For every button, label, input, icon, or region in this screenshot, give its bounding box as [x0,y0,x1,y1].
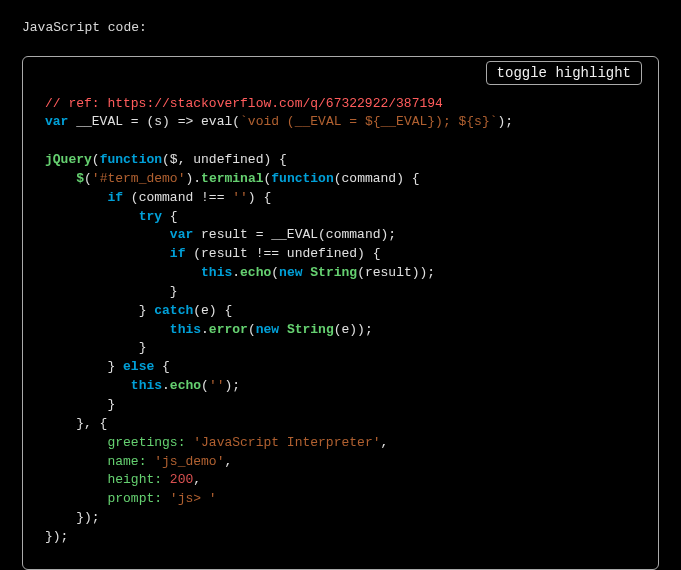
term-name: 'js_demo' [154,454,224,469]
code-block: // ref: https://stackoverflow.com/q/6732… [45,95,636,547]
code-frame: toggle highlight // ref: https://stackov… [22,56,659,570]
greetings: 'JavaScript Interpreter' [193,435,380,450]
jquery: jQuery [45,152,92,167]
code-comment: // ref: https://stackoverflow.com/q/6732… [45,96,443,111]
selector: '#term_demo' [92,171,186,186]
eval-name: __EVAL [76,114,123,129]
term-prompt: 'js> ' [170,491,217,506]
kw-var: var [45,114,68,129]
eval-template: `void (__EVAL = ${__EVAL}); ${s}` [240,114,497,129]
lead-label: JavaScript code: [22,18,659,38]
toggle-highlight-button[interactable]: toggle highlight [486,61,642,85]
term-height: 200 [170,472,193,487]
